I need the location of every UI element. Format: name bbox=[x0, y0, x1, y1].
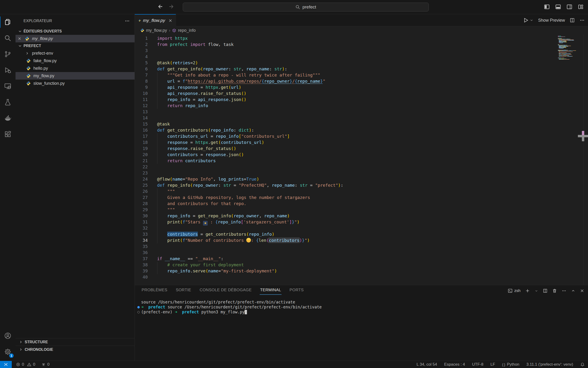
kill-terminal-icon[interactable] bbox=[552, 288, 557, 293]
project-section-header[interactable]: PREFECT bbox=[16, 42, 134, 49]
code-line-27[interactable]: 27 Given a GitHub repository, logs the n… bbox=[135, 194, 556, 201]
breadcrumb-symbol[interactable]: repo_info bbox=[178, 28, 196, 33]
command-decoration-circle[interactable] bbox=[137, 311, 140, 313]
editor-more-actions-icon[interactable] bbox=[579, 18, 585, 23]
remote-indicator[interactable] bbox=[0, 361, 12, 368]
code-line-5[interactable]: 5@task(retries=2) bbox=[135, 60, 556, 66]
code-line-40[interactable]: 40 bbox=[135, 274, 556, 280]
close-editor-icon[interactable] bbox=[16, 37, 24, 40]
file-tree-item-slow_function-py[interactable]: slow_function.py bbox=[16, 80, 134, 87]
activity-bar-item-account[interactable] bbox=[0, 328, 16, 344]
sidebar-section-structure[interactable]: STRUCTURE bbox=[16, 338, 134, 346]
sidebar-more-actions-icon[interactable] bbox=[125, 18, 130, 24]
toggle-secondary-sidebar-icon[interactable] bbox=[566, 4, 572, 10]
code-line-32[interactable]: 32 bbox=[135, 225, 556, 231]
activity-bar-item-gear[interactable]: 1 bbox=[0, 344, 16, 360]
language-mode[interactable]: { }Python bbox=[502, 362, 519, 367]
ports-status[interactable]: 0 bbox=[41, 362, 49, 367]
code-line-15[interactable]: 15@task bbox=[135, 121, 556, 127]
file-tree-item-hello-py[interactable]: hello.py bbox=[16, 64, 134, 72]
code-line-33[interactable]: 33 contributors = get_contributors(repo_… bbox=[135, 231, 556, 237]
panel-tab-ports[interactable]: PORTS bbox=[289, 287, 304, 295]
tab-close-icon[interactable] bbox=[168, 18, 172, 23]
code-line-20[interactable]: 20 contributors = response.json() bbox=[135, 152, 556, 158]
activity-bar-item-docker[interactable] bbox=[0, 110, 16, 126]
code-editor[interactable]: 1import httpx2from prefect import flow, … bbox=[135, 35, 556, 280]
activity-bar-item-files[interactable] bbox=[0, 14, 16, 30]
code-line-31[interactable]: 31 print(f"Stars ★ : {repo_info['stargaz… bbox=[135, 219, 556, 225]
code-line-11[interactable]: 11 repo_info = api_response.json() bbox=[135, 97, 556, 103]
show-preview-button[interactable]: Show Preview bbox=[538, 18, 565, 23]
breadcrumb[interactable]: my_flow.py › repo_info bbox=[140, 26, 196, 34]
notifications-bell-icon[interactable] bbox=[580, 362, 585, 367]
code-line-23[interactable]: 23 bbox=[135, 170, 556, 176]
file-tree-item-fake_flow-py[interactable]: fake_flow.py bbox=[16, 57, 134, 64]
code-line-16[interactable]: 16def get_contributors(repo_info: dict): bbox=[135, 127, 556, 133]
terminal-profile-selector[interactable]: zsh bbox=[508, 288, 520, 293]
minimap[interactable] bbox=[558, 36, 579, 60]
code-line-9[interactable]: 9 api_response = httpx.get(url) bbox=[135, 84, 556, 90]
code-line-17[interactable]: 17 contributors_url = repo_info["contrib… bbox=[135, 133, 556, 139]
code-line-36[interactable]: 36 bbox=[135, 249, 556, 256]
activity-bar-item-debug[interactable] bbox=[0, 62, 16, 78]
encoding-status[interactable]: UTF-8 bbox=[472, 362, 483, 367]
problems-status[interactable]: 0 0 bbox=[16, 362, 35, 367]
code-line-25[interactable]: 25def repo_info(repo_owner: str = "Prefe… bbox=[135, 182, 556, 188]
code-line-28[interactable]: 28 and contributors for that repo. bbox=[135, 201, 556, 207]
code-line-19[interactable]: 19 response.raise_for_status() bbox=[135, 146, 556, 152]
code-line-38[interactable]: 38 # create your first deployment bbox=[135, 262, 556, 268]
cursor-position[interactable]: L 34, col 54 bbox=[417, 362, 437, 367]
code-line-1[interactable]: 1import httpx bbox=[135, 35, 556, 41]
code-line-3[interactable]: 3 bbox=[135, 47, 556, 54]
close-panel-icon[interactable] bbox=[580, 289, 584, 293]
run-dropdown-icon[interactable] bbox=[530, 18, 534, 22]
panel-tab-console-de-d-bogage[interactable]: CONSOLE DE DÉBOGAGE bbox=[199, 287, 252, 295]
forward-icon[interactable] bbox=[168, 4, 175, 10]
code-line-21[interactable]: 21 return contributors bbox=[135, 158, 556, 164]
code-line-34[interactable]: 34 print(f"Number of contributors : {len… bbox=[135, 237, 556, 243]
code-line-4[interactable]: 4 bbox=[135, 54, 556, 60]
code-line-22[interactable]: 22 bbox=[135, 164, 556, 170]
python-interpreter[interactable]: 3.11.1 ('prefect-env': venv) bbox=[526, 362, 573, 367]
code-line-35[interactable]: 35 bbox=[135, 243, 556, 249]
run-python-file-icon[interactable] bbox=[523, 18, 529, 23]
code-line-12[interactable]: 12 return repo_info bbox=[135, 103, 556, 109]
command-decoration-dot[interactable] bbox=[137, 306, 140, 308]
breadcrumb-file[interactable]: my_flow.py bbox=[146, 28, 167, 33]
command-center-search[interactable]: prefect bbox=[183, 3, 429, 11]
code-line-29[interactable]: 29 """ bbox=[135, 207, 556, 213]
eol-status[interactable]: LF bbox=[490, 362, 495, 367]
code-line-10[interactable]: 10 api_response.raise_for_status() bbox=[135, 90, 556, 97]
panel-tab-probl-mes[interactable]: PROBLÈMES bbox=[141, 287, 168, 295]
split-editor-icon[interactable] bbox=[570, 18, 575, 23]
code-line-26[interactable]: 26 """ bbox=[135, 188, 556, 194]
file-tree-item-prefect-env[interactable]: prefect-env bbox=[16, 49, 134, 57]
customize-layout-icon[interactable] bbox=[578, 4, 584, 10]
panel-more-actions-icon[interactable] bbox=[562, 288, 566, 293]
activity-bar-item-remote[interactable] bbox=[0, 78, 16, 94]
code-line-37[interactable]: 37if __name__ == "__main__": bbox=[135, 256, 556, 262]
activity-bar-item-extensions[interactable] bbox=[0, 126, 16, 142]
toggle-sidebar-icon[interactable] bbox=[544, 4, 550, 10]
back-icon[interactable] bbox=[157, 4, 163, 10]
open-editors-section-header[interactable]: ÉDITEURS OUVERTS bbox=[16, 28, 134, 35]
indentation-status[interactable]: Espaces : 4 bbox=[444, 362, 465, 367]
code-line-39[interactable]: 39 repo_info.serve(name="my-first-deploy… bbox=[135, 268, 556, 274]
code-line-7[interactable]: 7 """Get info about a repo - will retry … bbox=[135, 72, 556, 78]
tab-my-flow[interactable]: my_flow.py bbox=[135, 14, 176, 26]
toggle-panel-icon[interactable] bbox=[555, 4, 561, 10]
panel-tab-sortie[interactable]: SORTIE bbox=[175, 287, 192, 295]
terminal-output[interactable]: source /Users/henricourdent/git/prefect/… bbox=[141, 300, 322, 314]
code-line-30[interactable]: 30 repo_info = get_repo_info(repo_owner,… bbox=[135, 213, 556, 219]
panel-tab-terminal[interactable]: TERMINAL bbox=[260, 287, 281, 295]
sidebar-section-chronologie[interactable]: CHRONOLOGIE bbox=[16, 346, 134, 353]
terminal-launch-dropdown-icon[interactable] bbox=[535, 289, 538, 293]
activity-bar-item-scm[interactable] bbox=[0, 46, 16, 62]
code-line-13[interactable]: 13 bbox=[135, 109, 556, 115]
code-line-2[interactable]: 2from prefect import flow, task bbox=[135, 41, 556, 47]
file-tree-item-my_flow-py[interactable]: my_flow.py bbox=[16, 72, 134, 80]
code-line-6[interactable]: 6def get_repo_info(repo_owner: str, repo… bbox=[135, 66, 556, 72]
open-editor-item[interactable]: my_flow.py bbox=[16, 35, 134, 42]
maximize-panel-icon[interactable] bbox=[571, 289, 575, 293]
code-line-18[interactable]: 18 response = httpx.get(contributors_url… bbox=[135, 139, 556, 146]
